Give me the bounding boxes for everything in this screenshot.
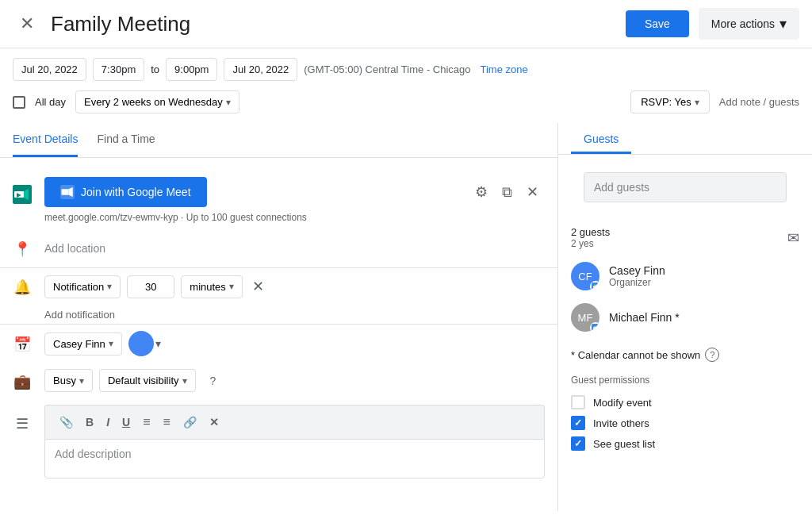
right-panel: Guests Add guests 2 guests 2 yes ✉ CF: [558, 123, 812, 511]
svg-rect-6: [62, 189, 69, 195]
calendar-badge-icon: [592, 282, 599, 290]
michael-calendar-badge-icon: [592, 324, 599, 332]
description-input[interactable]: Add description: [44, 439, 545, 478]
michael-info: Michael Finn *: [609, 311, 799, 324]
add-guests-input[interactable]: Add guests: [584, 172, 787, 202]
modify-event-checkbox[interactable]: [571, 395, 585, 409]
allday-checkbox[interactable]: [13, 96, 25, 109]
ordered-list-icon: ≡: [143, 415, 150, 429]
permission-item-modify: Modify event: [571, 392, 799, 413]
meet-close-icon: ✕: [527, 183, 538, 201]
tab-find-time[interactable]: Find a Time: [97, 123, 155, 157]
rsvp-chevron-icon: ▾: [695, 97, 699, 108]
casey-avatar: CF: [571, 262, 599, 290]
ordered-list-button[interactable]: ≡: [138, 412, 155, 432]
location-input[interactable]: Add location: [44, 236, 545, 261]
italic-button[interactable]: I: [102, 413, 114, 432]
notification-type-chevron-icon: ▾: [107, 281, 112, 292]
remove-format-button[interactable]: ✕: [205, 413, 224, 432]
underline-button[interactable]: U: [117, 413, 135, 432]
end-time-chip[interactable]: 9:00pm: [166, 58, 217, 81]
see-guest-list-checkbox[interactable]: [571, 436, 585, 451]
calendar-note-help-icon[interactable]: ?: [705, 348, 719, 362]
to-label: to: [151, 63, 159, 75]
unordered-list-icon: ≡: [163, 415, 170, 429]
invite-others-checkbox[interactable]: [571, 416, 585, 430]
calendar-owner-select[interactable]: Casey Finn ▾: [44, 332, 122, 356]
notification-row: 🔔 Notification ▾ minutes ▾ ✕: [0, 268, 557, 305]
link-button[interactable]: 🔗: [178, 413, 201, 432]
add-note-link[interactable]: Add note / guests: [719, 96, 799, 108]
link-icon: 🔗: [183, 416, 197, 429]
guest-item-michael: MF Michael Finn *: [558, 297, 812, 338]
clear-icon: ✕: [252, 279, 264, 294]
notification-unit-chevron-icon: ▾: [229, 281, 234, 292]
more-actions-button[interactable]: More actions ▾: [699, 8, 799, 40]
color-select-area: ▾: [128, 331, 161, 356]
michael-avatar: MF: [571, 303, 599, 332]
guests-tab[interactable]: Guests: [571, 123, 631, 154]
status-row: 💼 Busy ▾ Default visibility ▾ ?: [0, 363, 557, 398]
visibility-select[interactable]: Default visibility ▾: [99, 369, 196, 392]
visibility-chevron-icon: ▾: [182, 375, 187, 386]
rsvp-button[interactable]: RSVP: Yes ▾: [630, 90, 710, 113]
permissions-section: Guest permissions Modify event Invite ot…: [558, 368, 812, 460]
tab-event-details[interactable]: Event Details: [13, 123, 78, 157]
join-meet-button[interactable]: Join with Google Meet: [44, 177, 207, 207]
status-controls: Busy ▾ Default visibility ▾ ?: [44, 369, 224, 392]
start-time-chip[interactable]: 7:30pm: [93, 58, 144, 81]
email-guests-icon[interactable]: ✉: [787, 229, 799, 247]
notification-clear-button[interactable]: ✕: [249, 275, 267, 298]
description-icon: ☰: [13, 414, 32, 433]
save-button[interactable]: Save: [626, 10, 689, 37]
status-help-button[interactable]: ?: [202, 370, 224, 392]
invite-others-label: Invite others: [593, 417, 649, 429]
calendar-owner-label: Casey Finn: [53, 338, 105, 350]
notification-value-input[interactable]: [127, 275, 174, 298]
meet-link-text: meet.google.com/tzv-ewmv-kyp · Up to 100…: [44, 212, 545, 223]
svg-rect-13: [593, 325, 595, 328]
svg-rect-9: [593, 284, 595, 286]
start-date-chip[interactable]: Jul 20, 2022: [13, 58, 86, 81]
add-guests-area: Add guests: [558, 155, 812, 220]
copy-icon: ⧉: [502, 184, 512, 201]
timezone-display: (GMT-05:00) Central Time - Chicago: [304, 63, 470, 75]
end-date-chip[interactable]: Jul 20, 2022: [224, 58, 297, 81]
visibility-label: Default visibility: [108, 375, 179, 386]
guest-count-info: 2 guests 2 yes: [571, 226, 610, 249]
add-notification-link[interactable]: Add notification: [44, 309, 115, 321]
timezone-link[interactable]: Time zone: [481, 63, 528, 75]
attachment-button[interactable]: 📎: [55, 413, 78, 432]
meet-copy-button[interactable]: ⧉: [494, 179, 519, 205]
meet-section: ▶ Join with Google Meet: [0, 171, 557, 229]
guest-item-casey: CF Casey Finn Organizer: [558, 256, 812, 297]
meet-icon-area: ▶: [13, 185, 32, 204]
notification-unit-select[interactable]: minutes ▾: [181, 275, 243, 298]
see-guest-list-label: See guest list: [593, 438, 655, 450]
permissions-title: Guest permissions: [571, 375, 799, 386]
michael-calendar-badge: [590, 322, 599, 332]
content-area: ▶ Join with Google Meet: [0, 158, 557, 498]
svg-rect-10: [597, 284, 599, 286]
color-select-button[interactable]: [128, 331, 154, 356]
guest-count-text: 2 guests: [571, 226, 610, 238]
calendar-row: 📅 Casey Finn ▾ ▾: [0, 325, 557, 363]
meet-settings-button[interactable]: ⚙: [469, 179, 494, 205]
description-toolbar: 📎 B I U ≡ ≡ 🔗: [44, 405, 545, 439]
notification-controls: Notification ▾ minutes ▾ ✕: [44, 275, 267, 298]
close-button[interactable]: ✕: [13, 10, 41, 38]
busy-status-select[interactable]: Busy ▾: [44, 369, 93, 392]
svg-rect-14: [597, 325, 599, 328]
recurrence-select[interactable]: Every 2 weeks on Wednesday ▾: [75, 90, 239, 113]
notification-type-label: Notification: [53, 281, 104, 293]
meet-close-button[interactable]: ✕: [519, 179, 545, 205]
casey-role: Organizer: [609, 277, 799, 288]
main-layout: Event Details Find a Time ▶: [0, 123, 812, 511]
allday-label: All day: [35, 96, 66, 108]
bold-button[interactable]: B: [81, 413, 98, 432]
calendar-owner-chevron-icon: ▾: [109, 338, 113, 349]
notification-type-select[interactable]: Notification ▾: [44, 275, 121, 298]
rsvp-area: RSVP: Yes ▾ Add note / guests: [630, 90, 799, 113]
unordered-list-button[interactable]: ≡: [158, 412, 174, 432]
calendar-icon: 📅: [13, 335, 32, 354]
